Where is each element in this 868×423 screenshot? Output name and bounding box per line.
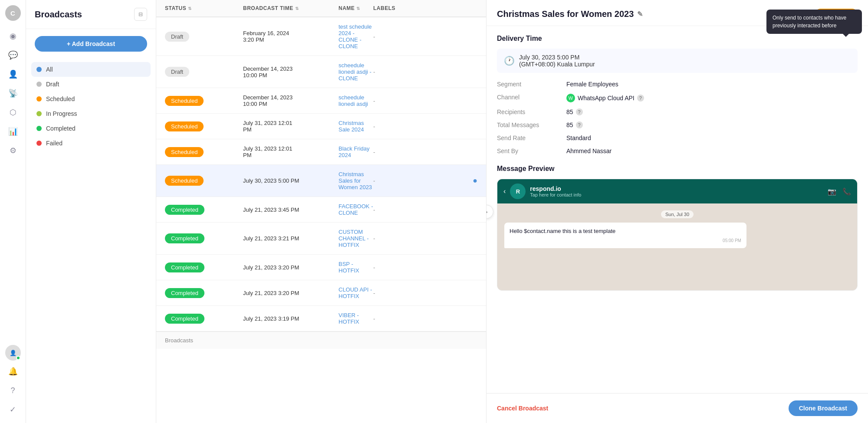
name-cell[interactable]: test schedule 2024 - CLONE - CLONE — [339, 23, 373, 49]
wa-body: Sun, Jul 30 Hello $contact.name this is … — [497, 203, 857, 290]
actions-cell: ● — [451, 176, 477, 185]
name-cell[interactable]: BSP - HOTFIX — [339, 261, 373, 274]
label-cell: - — [373, 207, 451, 213]
sidebar-filter-scheduled[interactable]: Scheduled — [31, 92, 151, 106]
time-cell: July 31, 2023 12:01 PM — [243, 145, 339, 158]
info-grid: SegmentFemale EmployeesChannelW WhatsApp… — [497, 81, 858, 154]
table-row[interactable]: Completed July 21, 2023 3:20 PM CLOUD AP… — [156, 280, 486, 306]
clock-icon: 🕐 — [504, 56, 515, 66]
edit-title-icon[interactable]: ✎ — [637, 10, 643, 18]
broadcasts-table: STATUS ⇅ BROADCAST TIME ⇅ NAME ⇅ LABELS … — [156, 0, 486, 423]
name-cell[interactable]: Christmas Sale 2024 — [339, 120, 373, 133]
cancel-broadcast-button[interactable]: Cancel Broadcast — [497, 400, 548, 416]
table-row[interactable]: Draft December 14, 2023 10:00 PM scheedu… — [156, 56, 486, 88]
wa-date-chip: Sun, Jul 30 — [504, 210, 850, 217]
wa-header-left: ‹ R respond.io Tap here for contact info — [503, 184, 581, 199]
add-broadcast-button[interactable]: + Add Broadcast — [35, 36, 147, 52]
channel-help-icon[interactable]: ? — [637, 95, 644, 102]
sidebar-title: Broadcasts — [35, 10, 82, 20]
app-avatar: C — [5, 5, 21, 21]
contacts-icon[interactable]: 👤 — [5, 66, 21, 82]
delivery-time-value: July 30, 2023 5:00 PM (GMT+08:00) Kuala … — [519, 54, 595, 68]
inbox-icon[interactable]: 💬 — [5, 47, 21, 63]
delivery-time-row: 🕐 July 30, 2023 5:00 PM (GMT+08:00) Kual… — [497, 49, 858, 73]
whatsapp-channel-icon: W — [566, 94, 575, 102]
table-row[interactable]: Draft February 16, 2024 3:20 PM test sch… — [156, 17, 486, 56]
table-row[interactable]: Scheduled July 31, 2023 12:01 PM Black F… — [156, 139, 486, 165]
settings-icon[interactable]: ⚙ — [5, 142, 21, 159]
status-cell: Scheduled — [165, 147, 243, 157]
recipients-help-icon[interactable]: ? — [576, 108, 583, 115]
table-row[interactable]: Scheduled July 30, 2023 5:00 PM Christma… — [156, 165, 486, 197]
name-cell[interactable]: Christmas Sales for Women 2023 — [339, 171, 373, 190]
name-cell[interactable]: CUSTOM CHANNEL - HOTFIX — [339, 229, 373, 248]
status-badge: Scheduled — [165, 96, 204, 106]
label-cell: - — [373, 315, 451, 322]
tasks-icon[interactable]: ✓ — [5, 401, 21, 418]
info-label-send-rate: Send Rate — [497, 134, 566, 141]
time-cell: July 31, 2023 12:01 PM — [243, 120, 339, 133]
wa-message-bubble: Hello $contact.name this is a test templ… — [504, 223, 746, 248]
status-badge: Completed — [165, 314, 204, 324]
reports-icon[interactable]: 📊 — [5, 123, 21, 140]
status-cell: Completed — [165, 205, 243, 215]
sidebar-filter-in-progress[interactable]: In Progress — [31, 106, 151, 121]
info-label-segment: Segment — [497, 81, 566, 88]
wa-message-text: Hello $contact.name this is a test templ… — [510, 227, 741, 236]
name-cell[interactable]: scheedule lionedi asdji — [339, 94, 373, 107]
label-cell: - — [373, 290, 451, 296]
video-call-icon[interactable]: 📷 — [828, 187, 836, 196]
user-avatar[interactable]: 👤 — [5, 345, 21, 361]
filter-dot-completed — [36, 126, 42, 131]
workflows-icon[interactable]: ⬡ — [5, 104, 21, 121]
total-messages-help-icon[interactable]: ? — [576, 121, 583, 128]
time-cell: July 21, 2023 3:20 PM — [243, 290, 339, 296]
help-icon[interactable]: ? — [5, 382, 21, 399]
sidebar-filter-all[interactable]: All — [31, 62, 151, 77]
broadcasts-icon[interactable]: 📡 — [5, 85, 21, 102]
name-cell[interactable]: CLOUD API - HOTFIX — [339, 286, 373, 299]
status-cell: Completed — [165, 314, 243, 324]
whatsapp-header: ‹ R respond.io Tap here for contact info… — [497, 179, 857, 203]
label-cell: - — [373, 149, 451, 155]
table-row[interactable]: Completed July 21, 2023 3:20 PM BSP - HO… — [156, 255, 486, 280]
wa-sender-subtitle: Tap here for contact info — [530, 192, 581, 197]
info-value-channel: W WhatsApp Cloud API ? — [566, 94, 858, 102]
table-row[interactable]: Scheduled July 31, 2023 12:01 PM Christm… — [156, 114, 486, 139]
broadcast-time-sort-icon[interactable]: ⇅ — [295, 6, 299, 11]
info-value-send-rate: Standard — [566, 134, 858, 141]
notifications-icon[interactable]: 🔔 — [5, 363, 21, 380]
table-row[interactable]: Scheduled December 14, 2023 10:00 PM sch… — [156, 88, 486, 114]
collapse-sidebar-button[interactable]: ⊟ — [134, 8, 147, 21]
status-cell: Scheduled — [165, 96, 243, 106]
name-cell[interactable]: Black Friday 2024 — [339, 145, 373, 158]
name-cell[interactable]: FACEBOOK - CLONE — [339, 203, 373, 216]
name-sort-icon[interactable]: ⇅ — [356, 6, 360, 11]
table-row[interactable]: Completed July 21, 2023 3:21 PM CUSTOM C… — [156, 223, 486, 255]
tooltip-box: Only send to contacts who have previousl… — [766, 10, 862, 34]
name-cell[interactable]: VIBER - HOTFIX — [339, 312, 373, 325]
back-icon[interactable]: ‹ — [503, 187, 506, 195]
time-cell: February 16, 2024 3:20 PM — [243, 30, 339, 43]
info-label-channel: Channel — [497, 94, 566, 102]
status-badge: Completed — [165, 233, 204, 243]
status-badge: Draft — [165, 32, 189, 42]
label-cell: - — [373, 69, 451, 75]
wa-message-time: 05:00 PM — [510, 237, 741, 244]
sidebar-filter-draft[interactable]: Draft — [31, 77, 151, 92]
table-row[interactable]: Completed July 21, 2023 3:19 PM VIBER - … — [156, 306, 486, 331]
status-sort-icon[interactable]: ⇅ — [188, 6, 192, 11]
sidebar-header: Broadcasts ⊟ — [26, 0, 156, 29]
info-label-recipients: Recipients — [497, 108, 566, 115]
label-cell: - — [373, 177, 451, 184]
name-column-header: NAME ⇅ — [339, 5, 373, 11]
clone-broadcast-button[interactable]: Clone Broadcast — [789, 400, 858, 416]
phone-icon[interactable]: 📞 — [842, 187, 851, 196]
sidebar-filter-completed[interactable]: Completed — [31, 121, 151, 136]
label-cell: - — [373, 98, 451, 104]
name-cell[interactable]: scheedule lionedi asdji - CLONE — [339, 62, 373, 82]
filter-label-all: All — [46, 66, 53, 73]
table-row[interactable]: Completed July 21, 2023 3:45 PM FACEBOOK… — [156, 197, 486, 223]
sidebar-filter-failed[interactable]: Failed — [31, 136, 151, 151]
dashboard-icon[interactable]: ◉ — [5, 28, 21, 44]
